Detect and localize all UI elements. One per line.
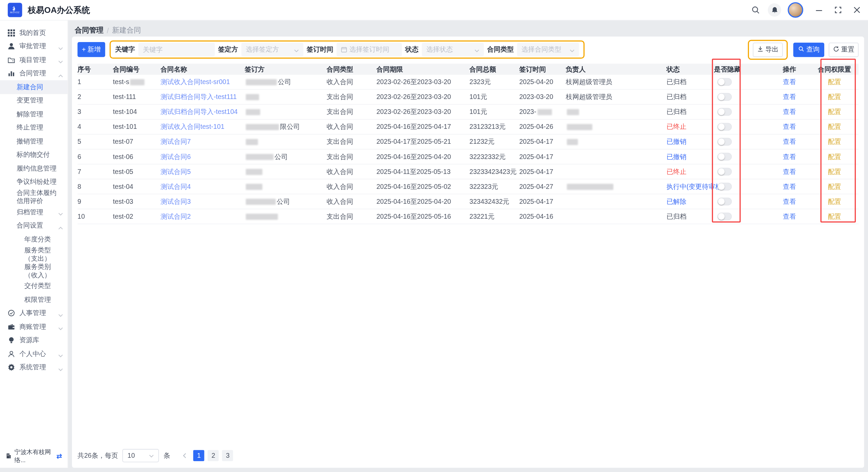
bell-icon[interactable] — [768, 3, 781, 17]
hide-toggle[interactable] — [717, 153, 732, 161]
add-button[interactable]: + 新增 — [78, 42, 105, 57]
fullscreen-icon[interactable] — [835, 7, 842, 14]
cell-contract-no: test-06 — [113, 153, 160, 161]
config-link[interactable]: 配置 — [828, 137, 841, 146]
cell-actions: 查看 — [763, 122, 816, 132]
view-link[interactable]: 查看 — [783, 182, 796, 191]
view-link[interactable]: 查看 — [783, 152, 796, 161]
contract-name-link[interactable]: 测试归档合同导入-test104 — [160, 107, 238, 117]
contract-name-link[interactable]: 测试合同7 — [160, 137, 191, 146]
view-link[interactable]: 查看 — [783, 167, 796, 176]
avatar[interactable] — [788, 2, 803, 18]
sidebar-item-16[interactable]: 服务类型（支出） — [0, 246, 67, 263]
signer-select[interactable]: 选择签定方 — [241, 43, 303, 57]
view-link[interactable]: 查看 — [783, 212, 796, 221]
sidebar-item-4[interactable]: 新建合同 — [0, 80, 67, 94]
hide-toggle[interactable] — [717, 93, 732, 101]
sidebar-item-23[interactable]: 个人中心 — [0, 347, 67, 361]
sidebar-item-18[interactable]: 交付类型 — [0, 279, 67, 293]
sidebar-item-6[interactable]: 解除管理 — [0, 107, 67, 121]
keyword-input[interactable] — [138, 43, 215, 57]
sidebar-item-7[interactable]: 终止管理 — [0, 121, 67, 135]
hide-toggle[interactable] — [717, 138, 732, 146]
contract-name-link[interactable]: 测试合同4 — [160, 182, 191, 191]
column-header-10: 是否隐藏 — [714, 64, 763, 74]
config-link[interactable]: 配置 — [828, 212, 841, 221]
query-button[interactable]: 查询 — [793, 42, 824, 57]
config-link[interactable]: 配置 — [828, 182, 841, 191]
contract-name-link[interactable]: 测试合同2 — [160, 212, 191, 221]
config-link[interactable]: 配置 — [828, 197, 841, 206]
page-button-3[interactable]: 3 — [222, 450, 233, 461]
sidebar-item-1[interactable]: 审批管理 — [0, 40, 67, 53]
sidebar-item-3[interactable]: 合同管理 — [0, 67, 67, 80]
sidebar-item-21[interactable]: 商账管理 — [0, 320, 67, 334]
breadcrumb-parent[interactable]: 合同管理 — [75, 25, 103, 35]
sidebar-item-17[interactable]: 服务类别（收入） — [0, 263, 67, 279]
sign-time-picker[interactable]: 选择签订时间 — [337, 43, 402, 57]
sidebar-item-12[interactable]: 合同主体履约信用评价 — [0, 189, 67, 205]
status-select[interactable]: 选择状态 — [422, 43, 484, 57]
sidebar-item-22[interactable]: 资源库 — [0, 334, 67, 347]
view-link[interactable]: 查看 — [783, 197, 796, 206]
sidebar-item-20[interactable]: 人事管理 — [0, 307, 67, 320]
sidebar-item-19[interactable]: 权限管理 — [0, 293, 67, 307]
view-link[interactable]: 查看 — [783, 107, 796, 117]
config-link[interactable]: 配置 — [828, 107, 841, 117]
export-button[interactable]: 导出 — [753, 42, 783, 57]
swap-icon[interactable]: ⇄ — [56, 452, 62, 460]
cell-permission: 配置 — [816, 212, 853, 221]
sidebar-item-15[interactable]: 年度分类 — [0, 233, 67, 246]
config-link[interactable]: 配置 — [828, 152, 841, 161]
contract-name-link[interactable]: 测试收入合同test-sr001 — [160, 77, 230, 87]
hide-toggle[interactable] — [717, 183, 732, 191]
cell-index: 3 — [78, 108, 113, 116]
type-select[interactable]: 选择合同类型 — [517, 43, 579, 57]
close-icon[interactable] — [854, 7, 861, 14]
view-link[interactable]: 查看 — [783, 77, 796, 87]
cell-contract-no: test-s — [113, 78, 160, 86]
sidebar-item-5[interactable]: 变更管理 — [0, 94, 67, 107]
config-link[interactable]: 配置 — [828, 167, 841, 176]
sidebar-item-2[interactable]: 项目管理 — [0, 53, 67, 67]
sidebar-item-8[interactable]: 撤销管理 — [0, 135, 67, 148]
sidebar-item-label: 个人中心 — [19, 350, 46, 358]
sidebar: 我的首页审批管理项目管理合同管理新建合同变更管理解除管理终止管理撤销管理标的物交… — [0, 20, 68, 468]
column-header-6: 合同总额 — [469, 64, 519, 74]
contract-name-link[interactable]: 测试归档合同导入-test111 — [160, 92, 237, 102]
config-link[interactable]: 配置 — [828, 77, 841, 87]
cell-owner — [566, 139, 667, 145]
hide-toggle[interactable] — [717, 213, 732, 220]
page-size-select[interactable]: 10 — [122, 449, 159, 462]
config-link[interactable]: 配置 — [828, 92, 841, 102]
minimize-icon[interactable] — [815, 6, 823, 14]
search-icon[interactable] — [751, 5, 760, 14]
page-button-2[interactable]: 2 — [208, 450, 219, 461]
sidebar-item-11[interactable]: 争议纠纷处理 — [0, 175, 67, 189]
cell-signer: 公司 — [245, 77, 327, 87]
contract-name-link[interactable]: 测试合同5 — [160, 167, 191, 176]
hide-toggle[interactable] — [717, 78, 732, 86]
sidebar-item-10[interactable]: 履约信息管理 — [0, 162, 67, 175]
sidebar-item-9[interactable]: 标的物交付 — [0, 148, 67, 162]
contract-name-link[interactable]: 测试收入合同test-101 — [160, 122, 224, 132]
hide-toggle[interactable] — [717, 123, 732, 131]
hide-toggle[interactable] — [717, 108, 732, 116]
contract-name-link[interactable]: 测试合同6 — [160, 152, 191, 161]
hide-toggle[interactable] — [717, 198, 732, 205]
sidebar-item-0[interactable]: 我的首页 — [0, 26, 67, 40]
sidebar-item-24[interactable]: 系统管理 — [0, 361, 67, 374]
config-link[interactable]: 配置 — [828, 122, 841, 132]
view-link[interactable]: 查看 — [783, 122, 796, 132]
view-link[interactable]: 查看 — [783, 92, 796, 102]
view-link[interactable]: 查看 — [783, 137, 796, 146]
cell-index: 6 — [78, 153, 113, 161]
sidebar-item-14[interactable]: 合同设置 — [0, 219, 67, 233]
cell-hidden-toggle — [714, 183, 763, 191]
hide-toggle[interactable] — [717, 168, 732, 176]
reset-button[interactable]: 重置 — [829, 42, 859, 57]
page-button-1[interactable]: 1 — [193, 450, 204, 461]
prev-page-button[interactable] — [179, 450, 190, 461]
contract-name-link[interactable]: 测试合同3 — [160, 197, 191, 206]
sidebar-item-13[interactable]: 归档管理 — [0, 205, 67, 219]
